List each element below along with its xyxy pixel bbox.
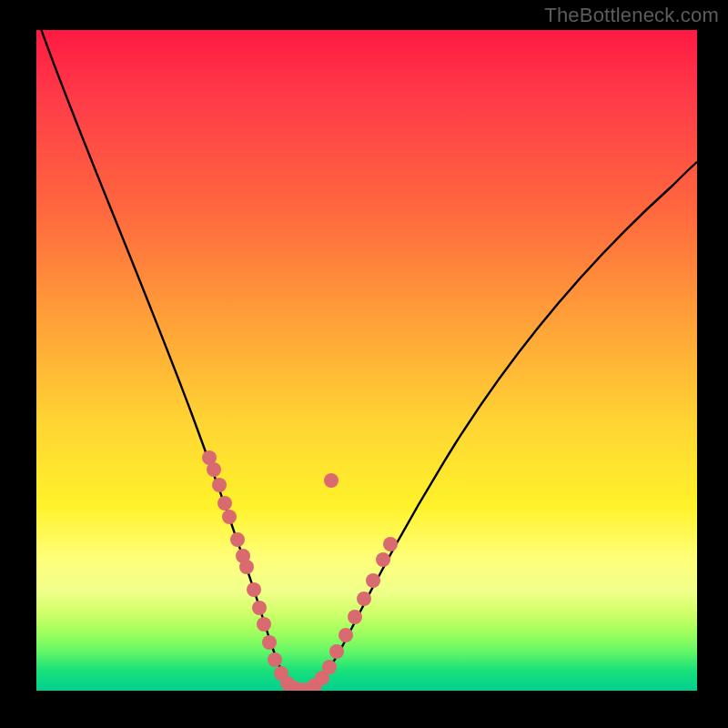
bottleneck-curve <box>38 30 697 691</box>
svg-point-12 <box>268 652 282 667</box>
svg-point-28 <box>324 473 339 488</box>
curve-overlay <box>36 30 697 691</box>
svg-point-9 <box>252 601 267 615</box>
svg-point-5 <box>230 532 245 547</box>
svg-point-22 <box>339 628 353 642</box>
watermark-text: TheBottleneck.com <box>544 4 719 27</box>
svg-point-27 <box>383 537 398 551</box>
highlight-dots <box>202 450 398 691</box>
svg-point-24 <box>357 592 371 606</box>
svg-point-26 <box>376 552 390 567</box>
svg-point-7 <box>239 560 254 574</box>
svg-point-3 <box>217 496 232 511</box>
svg-point-8 <box>247 582 261 597</box>
svg-point-4 <box>222 510 237 524</box>
svg-point-11 <box>262 635 277 650</box>
chart-frame: TheBottleneck.com <box>0 0 728 728</box>
svg-point-10 <box>257 617 271 632</box>
svg-point-23 <box>348 610 362 624</box>
svg-point-1 <box>207 462 221 477</box>
plot-area <box>36 30 697 691</box>
svg-point-21 <box>329 644 344 659</box>
svg-point-25 <box>366 573 380 588</box>
svg-point-20 <box>322 660 337 674</box>
svg-point-2 <box>212 478 227 492</box>
